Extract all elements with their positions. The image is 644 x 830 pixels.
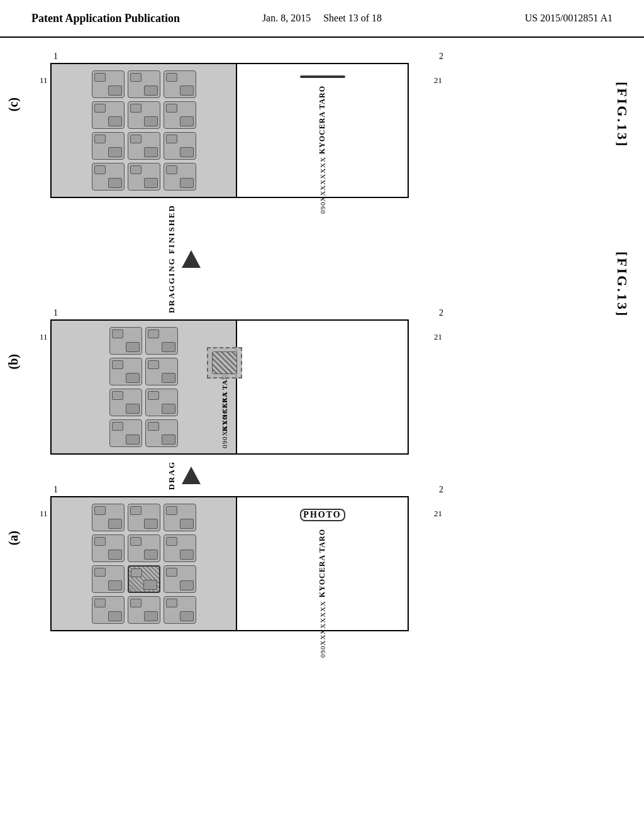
panel-c-contact-area: KYOCERA TARO 090XXXXXXXX — [237, 64, 408, 197]
panel-c-label: (c) — [6, 97, 21, 111]
panel-a-contact-phone-wrap: 090XXXXXXXX — [319, 600, 326, 658]
panel-b-right-area — [237, 321, 408, 453]
dragging-finished-label: DRAGGING FINISHED — [167, 204, 177, 313]
app-icon — [92, 534, 125, 562]
app-icon — [164, 70, 196, 98]
app-icon — [109, 358, 142, 385]
panel-b-num1: 1 — [53, 308, 58, 318]
app-icon — [164, 504, 196, 531]
panel-a-num2: 2 — [439, 485, 443, 495]
panel-a-num1: 1 — [53, 485, 58, 495]
panel-c-app-area — [52, 64, 237, 197]
app-icon — [92, 565, 125, 593]
panel-c-num1: 1 — [53, 52, 58, 62]
page-header: Patent Application Publication Jan. 8, 2… — [0, 0, 644, 38]
panel-c-num11: 11 — [40, 75, 48, 86]
panel-a-photo-box: PHOTO — [300, 509, 345, 521]
panel-a-contact-phone: 090XXXXXXXX — [319, 600, 326, 658]
panel-a-app-area — [52, 497, 237, 630]
drag-icon-inner — [212, 351, 237, 374]
app-icon — [128, 101, 160, 129]
sheet-text: Sheet 13 of 18 — [323, 13, 382, 23]
panel-c-num21: 21 — [434, 75, 442, 86]
panel-c-contact-name: KYOCERA TARO — [318, 86, 327, 154]
app-icon — [128, 70, 160, 98]
dragging-finished-arrow-icon — [182, 250, 201, 268]
patent-number: US 2015/0012851 A1 — [419, 13, 613, 24]
figure-label: [FIG.13] — [614, 82, 630, 148]
app-icon — [164, 534, 196, 562]
panel-b-app-grid — [109, 327, 178, 447]
panel-a-num11: 11 — [40, 509, 48, 519]
drag-label: DRAG — [167, 461, 177, 490]
app-icon — [92, 132, 125, 160]
panel-c-contact-phone: 090XXXXXXXX — [319, 157, 326, 214]
panel-a-label: (a) — [6, 531, 21, 545]
panel-c-app-grid — [92, 70, 196, 191]
panel-b-num21: 21 — [434, 332, 442, 342]
drag-arrow-icon — [182, 467, 201, 484]
panel-c-device: KYOCERA TARO 090XXXXXXXX — [50, 63, 409, 198]
app-icon — [145, 327, 178, 355]
drag-arrow: DRAG — [167, 461, 582, 490]
panel-a-contact-info: KYOCERA TARO — [318, 529, 327, 597]
panel-a-contact-area: PHOTO KYOCERA TARO 090XXXXXXXX — [237, 497, 408, 630]
app-icon — [92, 101, 125, 129]
panel-b-device: KYOCERA TARO 090XXXXXXXX — [50, 319, 409, 455]
panel-b-app-area: KYOCERA TARO 090XXXXXXXX — [52, 321, 237, 453]
app-icon — [109, 389, 142, 416]
app-icon — [164, 101, 196, 129]
panel-b-label: (b) — [6, 354, 21, 369]
app-icon — [164, 132, 196, 160]
app-icon — [145, 419, 178, 447]
app-icon — [128, 534, 160, 562]
panel-c-contact-photo — [300, 75, 345, 78]
app-icon — [128, 163, 160, 191]
app-icon — [109, 327, 142, 355]
app-icon-highlighted — [128, 565, 160, 593]
app-icon — [128, 132, 160, 160]
app-icon — [128, 596, 160, 624]
app-icon — [109, 419, 142, 447]
app-icon — [128, 504, 160, 531]
panel-c-contact-info: KYOCERA TARO — [318, 86, 327, 154]
fig13-label: [FIG.13] — [614, 252, 630, 318]
panel-a-num21: 21 — [434, 509, 442, 519]
panel-a-app-grid — [92, 504, 196, 624]
app-icon — [92, 596, 125, 624]
panel-a-contact-name: KYOCERA TARO — [318, 529, 327, 597]
publication-title: Patent Application Publication — [31, 12, 225, 25]
panel-a-device: PHOTO KYOCERA TARO 090XXXXXXXX — [50, 496, 409, 631]
drag-icon-overlay — [207, 347, 242, 379]
publication-date: Jan. 8, 2015 Sheet 13 of 18 — [225, 13, 419, 24]
photo-label: PHOTO — [303, 510, 341, 520]
panel-b-contact-phone-overlay: 090XXXXXXXX — [221, 391, 228, 448]
app-icon — [164, 163, 196, 191]
panel-b-num2: 2 — [439, 308, 443, 318]
panel-b-num11: 11 — [40, 332, 48, 342]
app-icon — [92, 163, 125, 191]
dragging-finished-arrow: DRAGGING FINISHED — [167, 204, 582, 313]
app-icon — [145, 358, 178, 385]
panel-c-num2: 2 — [439, 52, 443, 62]
app-icon — [164, 565, 196, 593]
app-icon — [92, 70, 125, 98]
app-icon — [164, 596, 196, 624]
app-icon — [145, 389, 178, 416]
date-text: Jan. 8, 2015 — [262, 13, 311, 23]
app-icon — [92, 504, 125, 531]
panel-c-contact-phone-wrap: 090XXXXXXXX — [319, 157, 326, 214]
